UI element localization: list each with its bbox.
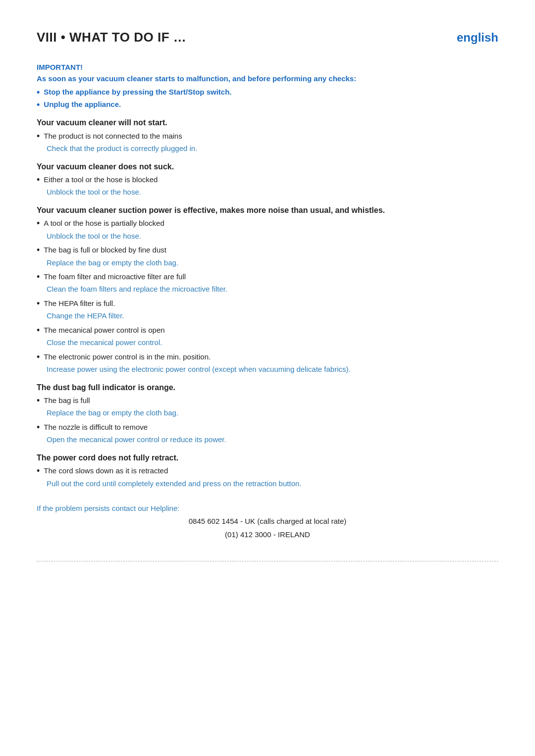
- bullet-dot: •: [37, 131, 40, 142]
- bullet-problem-3-0: The bag is full: [44, 395, 90, 406]
- important-bullet-2: • Unplug the appliance.: [37, 99, 498, 110]
- important-intro: As soon as your vacuum cleaner starts to…: [37, 73, 498, 85]
- bullet-dot: •: [37, 271, 40, 283]
- important-section: IMPORTANT! As soon as your vacuum cleane…: [37, 63, 498, 110]
- helpline-uk: 0845 602 1454 - UK (calls charged at loc…: [37, 514, 498, 528]
- action-text-2-1: Replace the bag or empty the cloth bag.: [47, 257, 498, 269]
- action-text-2-4: Close the mecanical power control.: [47, 337, 498, 349]
- section-heading-3: The dust bag full indicator is orange.: [37, 382, 498, 393]
- bullet-problem-2-1: The bag is full or blocked by fine dust: [44, 245, 166, 256]
- language-label: english: [457, 31, 498, 45]
- bullet-dot: •: [37, 245, 40, 256]
- bullet-item-0-0: •The product is not connected to the mai…: [37, 131, 498, 142]
- important-label: IMPORTANT!: [37, 63, 498, 71]
- helpline-ireland: (01) 412 3000 - IRELAND: [37, 528, 498, 541]
- bullet-problem-2-0: A tool or the hose is partially blocked: [44, 218, 164, 229]
- bullet-dot: •: [37, 99, 40, 110]
- bullet-dot: •: [37, 352, 40, 363]
- action-text-2-3: Change the HEPA filter.: [47, 310, 498, 322]
- page-header: VIII • WHAT TO DO IF … english: [37, 30, 498, 45]
- action-text-2-2: Clean the foam filters and replace the m…: [47, 284, 498, 295]
- bullet-item-2-4: •The mecanical power control is open: [37, 325, 498, 336]
- page-title: VIII • WHAT TO DO IF …: [37, 30, 186, 45]
- action-text-1-0: Unblock the tool or the hose.: [47, 187, 498, 198]
- section-heading-1: Your vacuum cleaner does not suck.: [37, 161, 498, 172]
- bullet-dot: •: [37, 325, 40, 336]
- bullet-problem-2-5: The electronic power control is in the m…: [44, 352, 211, 363]
- bullet-problem-2-4: The mecanical power control is open: [44, 325, 164, 336]
- important-bullet-text-1: Stop the appliance by pressing the Start…: [44, 87, 231, 98]
- bullet-dot: •: [37, 174, 40, 186]
- bullet-item-2-0: •A tool or the hose is partially blocked: [37, 218, 498, 229]
- section-heading-2: Your vacuum cleaner suction power is eff…: [37, 205, 498, 216]
- action-text-4-0: Pull out the cord until completely exten…: [47, 478, 498, 490]
- bullet-item-2-1: •The bag is full or blocked by fine dust: [37, 245, 498, 256]
- section-heading-4: The power cord does not fully retract.: [37, 453, 498, 463]
- helpline-section: If the problem persists contact our Help…: [37, 504, 498, 541]
- bullet-dot: •: [37, 298, 40, 309]
- action-text-3-1: Open the mecanical power control or redu…: [47, 434, 498, 446]
- bullet-item-2-3: •The HEPA filter is full.: [37, 298, 498, 309]
- page-divider: [37, 561, 498, 561]
- bullet-item-1-0: •Either a tool or the hose is blocked: [37, 174, 498, 186]
- section-heading-0: Your vacuum cleaner will not start.: [37, 117, 498, 128]
- helpline-numbers: 0845 602 1454 - UK (calls charged at loc…: [37, 514, 498, 541]
- action-text-2-5: Increase power using the electronic powe…: [47, 364, 498, 375]
- helpline-intro: If the problem persists contact our Help…: [37, 504, 498, 512]
- important-bullet-1: • Stop the appliance by pressing the Sta…: [37, 87, 498, 98]
- bullet-dot: •: [37, 395, 40, 406]
- bullet-problem-3-1: The nozzle is difficult to remove: [44, 422, 148, 433]
- action-text-0-0: Check that the product is correctly plug…: [47, 143, 498, 154]
- bullet-problem-2-2: The foam filter and microactive filter a…: [44, 271, 186, 283]
- bullet-dot: •: [37, 465, 40, 477]
- bullet-problem-2-3: The HEPA filter is full.: [44, 298, 115, 309]
- bullet-problem-1-0: Either a tool or the hose is blocked: [44, 174, 158, 186]
- bullet-item-3-0: •The bag is full: [37, 395, 498, 406]
- bullet-item-2-2: •The foam filter and microactive filter …: [37, 271, 498, 283]
- bullet-dot: •: [37, 218, 40, 229]
- bullet-problem-4-0: The cord slows down as it is retracted: [44, 465, 168, 477]
- bullet-item-2-5: •The electronic power control is in the …: [37, 352, 498, 363]
- bullet-dot: •: [37, 422, 40, 433]
- action-text-2-0: Unblock the tool or the hose.: [47, 231, 498, 242]
- action-text-3-0: Replace the bag or empty the cloth bag.: [47, 407, 498, 419]
- bullet-item-3-1: •The nozzle is difficult to remove: [37, 422, 498, 433]
- troubleshoot-sections: Your vacuum cleaner will not start.•The …: [37, 117, 498, 489]
- important-bullet-text-2: Unplug the appliance.: [44, 99, 121, 110]
- bullet-dot: •: [37, 87, 40, 98]
- bullet-item-4-0: •The cord slows down as it is retracted: [37, 465, 498, 477]
- bullet-problem-0-0: The product is not connected to the main…: [44, 131, 182, 142]
